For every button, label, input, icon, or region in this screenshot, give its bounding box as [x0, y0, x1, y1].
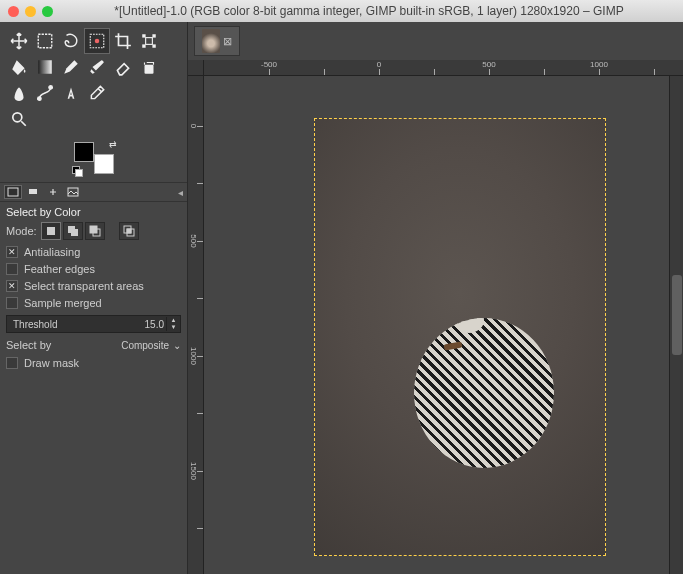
select-by-label: Select by: [6, 339, 51, 351]
selected-object: [414, 318, 554, 468]
select-by-value: Composite: [121, 340, 169, 351]
maximize-window-button[interactable]: [42, 6, 53, 17]
eraser-tool[interactable]: [110, 54, 136, 80]
svg-point-11: [49, 86, 52, 89]
foreground-color-swatch[interactable]: [74, 142, 94, 162]
ruler-tick-label: 1000: [590, 60, 608, 69]
titlebar: *[Untitled]-1.0 (RGB color 8-bit gamma i…: [0, 0, 683, 22]
canvas-body: 0 500 1000 1500: [188, 76, 683, 574]
smudge-tool[interactable]: [6, 80, 32, 106]
svg-rect-18: [71, 229, 78, 236]
checkbox-icon: ✕: [6, 280, 18, 292]
crop-tool[interactable]: [110, 28, 136, 54]
antialiasing-label: Antialiasing: [24, 246, 80, 258]
background-color-swatch[interactable]: [94, 154, 114, 174]
fg-bg-swatches[interactable]: ⇄: [74, 142, 114, 174]
undo-history-tab[interactable]: [44, 185, 62, 199]
mode-add-button[interactable]: [63, 222, 83, 240]
spin-down-icon[interactable]: ▼: [171, 324, 177, 331]
mode-subtract-button[interactable]: [85, 222, 105, 240]
svg-rect-16: [47, 227, 55, 235]
select-transparent-label: Select transparent areas: [24, 280, 144, 292]
threshold-label: Threshold: [7, 319, 63, 330]
bucket-fill-tool[interactable]: [6, 54, 32, 80]
svg-point-10: [38, 97, 41, 100]
paths-tool[interactable]: [32, 80, 58, 106]
zoom-tool[interactable]: [6, 106, 32, 132]
mode-row: Mode:: [6, 222, 181, 240]
checkbox-icon: [6, 263, 18, 275]
left-panel: ⇄ ◂ Select by Color Mode:: [0, 22, 188, 574]
draw-mask-checkbox[interactable]: Draw mask: [6, 357, 181, 369]
move-tool[interactable]: [6, 28, 32, 54]
mode-intersect-button[interactable]: [119, 222, 139, 240]
swap-colors-icon[interactable]: ⇄: [109, 139, 117, 149]
antialiasing-checkbox[interactable]: ✕ Antialiasing: [6, 246, 181, 258]
vertical-ruler[interactable]: 0 500 1000 1500: [188, 76, 204, 574]
gradient-tool[interactable]: [32, 54, 58, 80]
sample-merged-label: Sample merged: [24, 297, 102, 309]
window-title: *[Untitled]-1.0 (RGB color 8-bit gamma i…: [63, 4, 675, 18]
checkbox-icon: [6, 357, 18, 369]
clone-tool[interactable]: [136, 54, 162, 80]
dock-menu-arrow[interactable]: ◂: [178, 187, 183, 198]
svg-rect-0: [38, 34, 52, 48]
rect-select-tool[interactable]: [32, 28, 58, 54]
svg-rect-7: [146, 38, 153, 45]
horizontal-ruler[interactable]: -500 0 500 1000: [204, 60, 683, 76]
ruler-tick-label: 500: [482, 60, 495, 69]
vertical-scrollbar[interactable]: [669, 76, 683, 574]
draw-mask-label: Draw mask: [24, 357, 79, 369]
threshold-value: 15.0: [143, 319, 166, 330]
svg-rect-23: [127, 229, 131, 233]
ruler-tick-label: 0: [377, 60, 381, 69]
svg-point-2: [95, 39, 100, 44]
close-window-button[interactable]: [8, 6, 19, 17]
reset-colors-icon[interactable]: [72, 166, 82, 176]
paintbrush-tool[interactable]: [84, 54, 110, 80]
threshold-field[interactable]: Threshold 15.0 ▲▼: [6, 315, 181, 333]
checkbox-icon: [6, 297, 18, 309]
select-by-row: Select by Composite ⌄: [6, 339, 181, 351]
text-tool[interactable]: [58, 80, 84, 106]
unified-transform-tool[interactable]: [136, 28, 162, 54]
svg-rect-14: [29, 189, 37, 194]
document-thumbnail: [202, 29, 220, 53]
mode-replace-button[interactable]: [41, 222, 61, 240]
close-tab-icon[interactable]: ⊠: [223, 35, 232, 48]
workspace: ⇄ ◂ Select by Color Mode:: [0, 22, 683, 574]
select-transparent-checkbox[interactable]: ✕ Select transparent areas: [6, 280, 181, 292]
threshold-spinner[interactable]: ▲▼: [166, 317, 180, 331]
minimize-window-button[interactable]: [25, 6, 36, 17]
tool-options-title: Select by Color: [6, 206, 181, 218]
select-by-color-tool[interactable]: [84, 28, 110, 54]
device-status-tab[interactable]: [24, 185, 42, 199]
window-controls: [8, 6, 53, 17]
canvas-area: ⊠ -500 0 500 1000 0 500 1000 1500: [188, 22, 683, 574]
canvas-viewport[interactable]: [204, 76, 669, 574]
feather-edges-checkbox[interactable]: Feather edges: [6, 263, 181, 275]
sample-merged-checkbox[interactable]: Sample merged: [6, 297, 181, 309]
feather-edges-label: Feather edges: [24, 263, 95, 275]
scrollbar-thumb[interactable]: [672, 275, 682, 355]
ruler-corner: [188, 60, 204, 76]
tool-options-tab[interactable]: [4, 185, 22, 199]
color-picker-tool[interactable]: [84, 80, 110, 106]
checkbox-icon: ✕: [6, 246, 18, 258]
dock-tab-strip: ◂: [0, 182, 187, 202]
spin-up-icon[interactable]: ▲: [171, 317, 177, 324]
svg-rect-9: [145, 65, 154, 74]
color-swatch-area: ⇄: [0, 134, 187, 182]
document-tab[interactable]: ⊠: [194, 26, 240, 56]
svg-point-12: [13, 113, 22, 122]
toolbox: [0, 22, 187, 134]
select-by-combo[interactable]: Composite ⌄: [121, 340, 181, 351]
images-tab[interactable]: [64, 185, 82, 199]
free-select-tool[interactable]: [58, 28, 84, 54]
image-canvas[interactable]: [314, 118, 606, 556]
pencil-tool[interactable]: [58, 54, 84, 80]
mode-label: Mode:: [6, 225, 37, 237]
chevron-down-icon: ⌄: [173, 340, 181, 351]
tool-options-panel: Select by Color Mode: ✕ Antialiasing Fea…: [0, 202, 187, 378]
svg-rect-13: [8, 188, 18, 196]
